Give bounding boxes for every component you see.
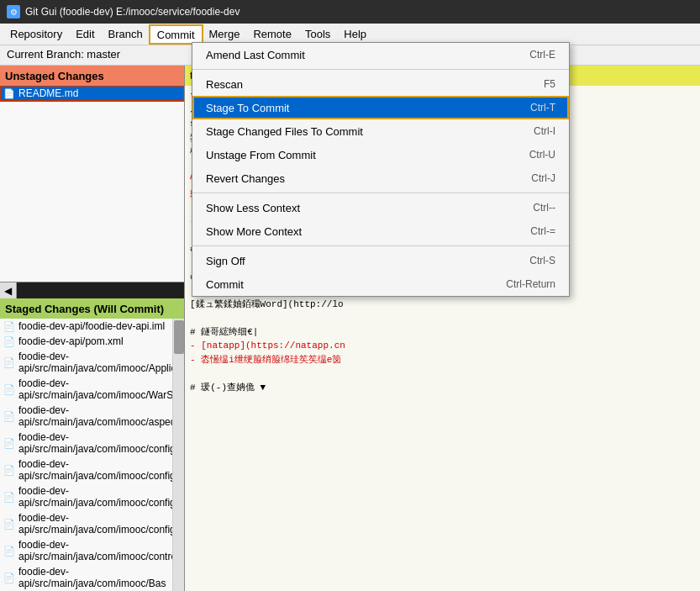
file-icon-8: 📄 [3,519,15,530]
dropdown-item-label: Show More Context [206,225,302,238]
file-icon-7: 📄 [3,492,15,503]
file-icon-3: 📄 [3,384,15,395]
file-icon-2: 📄 [3,357,15,368]
dropdown-item-label: Commit [206,278,244,291]
staged-panel: 📄 foodie-dev-api/foodie-dev-api.iml 📄 fo… [0,319,184,591]
file-icon-9: 📄 [3,546,15,557]
staged-file-10[interactable]: 📄 foodie-dev-api/src/main/java/com/imooc… [0,564,184,591]
dropdown-item-label: Stage Changed Files To Commit [206,125,363,138]
staged-file-8[interactable]: 📄 foodie-dev-api/src/main/java/com/imooc… [0,510,184,537]
file-icon-1: 📄 [3,336,15,347]
dropdown-item-label: Stage To Commit [206,102,289,114]
menu-commit[interactable]: Commit [150,25,203,44]
separator-2 [192,193,569,193]
staged-file-7[interactable]: 📄 foodie-dev-api/src/main/java/com/imooc… [0,483,184,510]
dropdown-item-shortcut: Ctrl-= [530,225,555,237]
diff-line-19: - 枩憽缊i绁绠箙绡箙绵珪笶笶缊e笝 [190,353,695,367]
dropdown-item-shortcut: Ctrl-Return [506,278,555,290]
dropdown-item-shortcut: Ctrl-T [530,102,555,113]
dropdown-item-label: Amend Last Commit [206,49,305,61]
file-icon-10: 📄 [3,573,15,583]
staged-file-5[interactable]: 📄 foodie-dev-api/src/main/java/com/imooc… [0,430,184,456]
unstaged-changes-header: Unstaged Changes [0,66,184,86]
staged-file-9[interactable]: 📄 foodie-dev-api/src/main/java/com/imooc… [0,537,184,564]
left-panel: Unstaged Changes 📄 README.md ◀ Staged Ch… [0,66,185,591]
staged-file-4[interactable]: 📄 foodie-dev-api/src/main/java/com/imooc… [0,403,184,430]
menu-merge[interactable]: Merge [203,25,247,43]
app-icon: ⚙ [7,5,20,18]
separator-1 [192,69,569,70]
diff-line-15: [鍒ュ繁鍒妯銆穝Word](http://lo [190,298,695,312]
dropdown-revert-changes[interactable]: Revert Changes Ctrl-J [192,166,569,190]
dropdown-item-label: Sign Off [206,255,245,267]
dropdown-item-label: Rescan [206,78,243,91]
file-icon: 📄 [3,88,15,99]
dropdown-rescan[interactable]: Rescan F5 [192,72,569,96]
separator-3 [192,245,569,246]
title-bar: ⚙ Git Gui (foodie-dev) E:/imooc/service/… [0,0,700,24]
diff-line-17: # 鐩哥綋绔细€| [190,325,695,340]
dropdown-item-label: Show Less Context [206,202,300,214]
diff-line-20 [190,367,695,381]
menu-help[interactable]: Help [337,25,373,43]
commit-dropdown-menu: Amend Last Commit Ctrl-E Rescan F5 Stage… [192,42,570,297]
dropdown-item-shortcut: Ctrl-I [534,125,555,137]
staged-file-6[interactable]: 📄 foodie-dev-api/src/main/java/com/imooc… [0,456,184,483]
scrollbar[interactable] [172,319,184,591]
staged-changes-header: Staged Changes (Will Commit) [0,298,184,319]
dropdown-item-label: Revert Changes [206,172,285,185]
dropdown-commit[interactable]: Commit Ctrl-Return [192,272,569,296]
file-icon-5: 📄 [3,438,15,449]
dropdown-show-less-context[interactable]: Show Less Context Ctrl-- [192,196,569,219]
file-icon-6: 📄 [3,465,15,476]
menu-tools[interactable]: Tools [298,25,337,43]
file-item-readme[interactable]: 📄 README.md [0,86,184,101]
file-icon-0: 📄 [3,321,15,332]
diff-line-18: - [natapp](https://natapp.cn [190,339,695,353]
dropdown-item-shortcut: Ctrl-S [529,255,555,266]
menu-edit[interactable]: Edit [69,25,101,43]
nav-arrows: ◀ [0,282,184,298]
diff-line-16 [190,311,695,325]
dropdown-item-shortcut: Ctrl-U [529,149,555,161]
dropdown-item-shortcut: Ctrl-J [531,172,555,184]
dropdown-item-label: Unstage From Commit [206,149,316,161]
dropdown-unstage-from-commit[interactable]: Unstage From Commit Ctrl-U [192,143,569,166]
file-icon-4: 📄 [3,411,15,422]
unstaged-file-list: 📄 README.md [0,86,184,282]
scrollbar-thumb[interactable] [174,320,184,354]
staged-file-0[interactable]: 📄 foodie-dev-api/foodie-dev-api.iml [0,319,184,334]
staged-file-3[interactable]: 📄 foodie-dev-api/src/main/java/com/imooc… [0,376,184,403]
staged-file-2[interactable]: 📄 foodie-dev-api/src/main/java/com/imooc… [0,349,184,376]
staged-file-list: 📄 foodie-dev-api/foodie-dev-api.iml 📄 fo… [0,319,184,591]
menu-branch[interactable]: Branch [102,25,150,43]
staged-file-1[interactable]: 📄 foodie-dev-api/pom.xml [0,334,184,349]
dropdown-stage-changed-files[interactable]: Stage Changed Files To Commit Ctrl-I [192,119,569,143]
window-title: Git Gui (foodie-dev) E:/imooc/service/fo… [25,6,239,18]
current-branch-label: Current Branch: master [7,48,120,61]
dropdown-show-more-context[interactable]: Show More Context Ctrl-= [192,219,569,243]
dropdown-item-shortcut: Ctrl-E [529,49,555,61]
diff-line-21: # 瑗(-)查姌佹 ▼ [190,381,695,395]
dropdown-item-shortcut: Ctrl-- [533,202,555,214]
dropdown-amend-last-commit[interactable]: Amend Last Commit Ctrl-E [192,43,569,66]
dropdown-sign-off[interactable]: Sign Off Ctrl-S [192,249,569,272]
dropdown-stage-to-commit[interactable]: Stage To Commit Ctrl-T [192,96,569,119]
menu-repository[interactable]: Repository [3,25,69,43]
file-name: README.md [18,87,78,99]
dropdown-item-shortcut: F5 [544,78,555,90]
nav-left-arrow[interactable]: ◀ [0,282,17,298]
menu-remote[interactable]: Remote [246,25,298,43]
